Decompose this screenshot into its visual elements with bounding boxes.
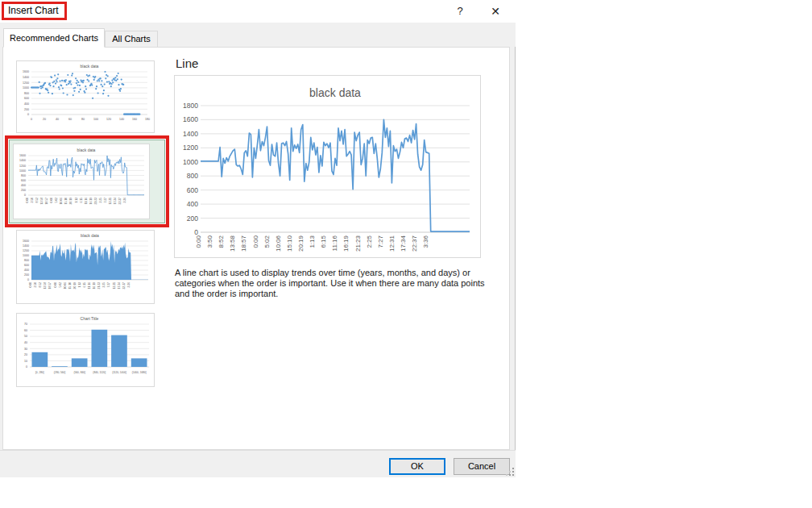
svg-text:10:06: 10:06 (275, 235, 282, 252)
svg-text:7:27: 7:27 (107, 282, 110, 288)
svg-text:20:19: 20:19 (297, 235, 304, 252)
svg-text:1800: 1800 (183, 102, 198, 110)
svg-text:200: 200 (187, 214, 198, 223)
svg-text:6:15: 6:15 (83, 282, 86, 288)
scatter-chart-thumbnail-svg: 02004006008001000120014001600black data0… (17, 61, 154, 132)
svg-text:70: 70 (24, 323, 27, 326)
svg-text:800: 800 (24, 92, 29, 95)
svg-text:400: 400 (24, 269, 29, 272)
svg-text:10: 10 (24, 360, 27, 363)
svg-text:50: 50 (24, 335, 27, 338)
svg-text:0: 0 (27, 278, 29, 281)
svg-text:21:23: 21:23 (97, 282, 101, 289)
svg-text:12:31: 12:31 (388, 235, 396, 252)
svg-text:3:36: 3:36 (422, 235, 429, 248)
svg-text:10:06: 10:06 (64, 282, 67, 289)
svg-text:15:10: 15:10 (68, 282, 72, 289)
preview-heading: Line (176, 56, 198, 70)
svg-text:1400: 1400 (183, 130, 198, 138)
svg-text:0:00: 0:00 (252, 235, 259, 248)
ok-button[interactable]: OK (389, 458, 445, 475)
svg-text:3:50: 3:50 (206, 235, 213, 248)
thumbnail-scatter-chart[interactable]: 02004006008001000120014001600black data0… (16, 60, 155, 133)
svg-text:18:57: 18:57 (48, 282, 52, 289)
svg-text:120: 120 (106, 118, 111, 121)
svg-text:0: 0 (194, 228, 198, 236)
svg-text:40: 40 (24, 341, 27, 344)
svg-text:20: 20 (43, 118, 46, 121)
svg-text:6:15: 6:15 (320, 235, 327, 248)
svg-text:(1120, 1400]: (1120, 1400] (112, 371, 126, 374)
area-chart-thumbnail-svg: 02004006008001000120014001600black data0… (17, 231, 154, 303)
svg-text:60: 60 (24, 329, 27, 332)
svg-text:40: 40 (56, 118, 59, 121)
svg-text:20:19: 20:19 (73, 282, 77, 289)
annotation-box-selected-chart (5, 135, 169, 227)
svg-text:1:13: 1:13 (309, 235, 316, 248)
histogram-thumbnail-svg: 010203040506070Chart Title[0, 280](280, … (17, 314, 154, 386)
dialog-titlebar: Insert Chart ? ✕ (0, 0, 516, 23)
svg-text:0:00: 0:00 (195, 235, 202, 248)
svg-text:17:34: 17:34 (400, 235, 407, 252)
svg-text:3:36: 3:36 (127, 282, 130, 288)
svg-text:(280, 560]: (280, 560] (54, 371, 65, 374)
svg-text:13:58: 13:58 (229, 235, 236, 252)
svg-text:60: 60 (68, 118, 72, 121)
svg-text:8:52: 8:52 (218, 235, 225, 248)
svg-text:200: 200 (24, 108, 29, 111)
svg-text:0: 0 (26, 365, 27, 369)
thumbnail-area-chart[interactable]: 02004006008001000120014001600black data0… (16, 230, 155, 304)
svg-text:400: 400 (24, 102, 29, 106)
resize-grip-icon[interactable] (505, 467, 515, 477)
svg-text:17:34: 17:34 (118, 282, 121, 289)
svg-text:0:00: 0:00 (29, 282, 32, 288)
svg-text:18:57: 18:57 (240, 235, 247, 252)
svg-text:22:37: 22:37 (411, 235, 418, 252)
tab-all-charts[interactable]: All Charts (105, 31, 158, 48)
svg-text:1400: 1400 (23, 76, 29, 79)
svg-text:2:25: 2:25 (366, 235, 373, 248)
close-icon[interactable]: ✕ (483, 2, 508, 21)
svg-text:1200: 1200 (183, 144, 198, 152)
svg-text:13:58: 13:58 (44, 282, 47, 289)
svg-text:8:52: 8:52 (39, 282, 42, 288)
svg-text:800: 800 (24, 259, 29, 262)
thumbnail-histogram-chart[interactable]: 010203040506070Chart Title[0, 280](280, … (16, 313, 155, 387)
svg-text:0: 0 (27, 113, 29, 116)
svg-text:180: 180 (145, 118, 150, 121)
svg-text:1200: 1200 (23, 249, 29, 252)
svg-text:1400: 1400 (23, 244, 29, 248)
preview-line-chart-svg: 020040060080010001200140016001800black d… (175, 76, 480, 257)
svg-text:15:10: 15:10 (286, 235, 293, 252)
help-icon[interactable]: ? (448, 2, 472, 21)
svg-text:22:37: 22:37 (122, 282, 126, 289)
svg-text:1600: 1600 (183, 115, 198, 123)
svg-text:0: 0 (31, 118, 32, 121)
svg-text:1600: 1600 (23, 70, 29, 73)
svg-text:600: 600 (24, 97, 29, 100)
svg-text:0:00: 0:00 (54, 282, 57, 288)
svg-text:12:31: 12:31 (113, 282, 116, 289)
svg-text:(1400, 1680]: (1400, 1680] (132, 371, 147, 374)
svg-text:600: 600 (187, 186, 198, 194)
svg-text:200: 200 (24, 273, 29, 277)
svg-text:1000: 1000 (183, 158, 198, 166)
svg-text:1600: 1600 (23, 239, 29, 243)
svg-text:black data: black data (81, 64, 99, 69)
svg-text:1000: 1000 (23, 86, 29, 90)
svg-text:(560, 840]: (560, 840] (74, 371, 85, 374)
dialog-footer: OK Cancel (0, 450, 516, 477)
tab-recommended-charts[interactable]: Recommended Charts (3, 28, 105, 48)
svg-text:600: 600 (24, 264, 29, 267)
cancel-button[interactable]: Cancel (454, 458, 510, 475)
svg-text:1200: 1200 (23, 81, 29, 85)
annotation-box-title (2, 2, 67, 20)
svg-text:[0, 280]: [0, 280] (35, 371, 44, 374)
svg-text:(840, 1120]: (840, 1120] (93, 371, 106, 374)
svg-text:5:02: 5:02 (59, 282, 62, 288)
svg-text:30: 30 (24, 348, 27, 351)
svg-text:21:23: 21:23 (354, 235, 362, 252)
svg-text:7:27: 7:27 (377, 235, 384, 248)
svg-text:11:16: 11:16 (88, 282, 91, 289)
svg-text:100: 100 (93, 118, 98, 121)
